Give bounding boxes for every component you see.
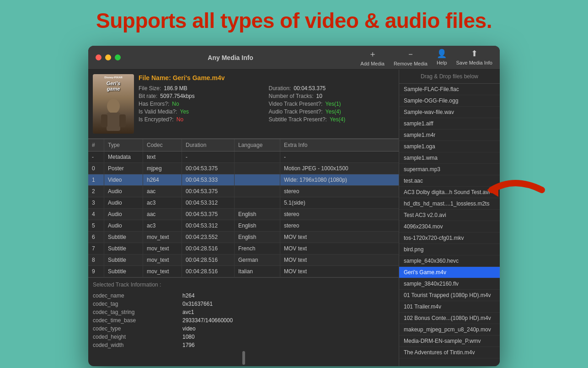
cell-duration: 00:04:53.375 — [182, 163, 235, 174]
cell-type: Video — [104, 174, 143, 185]
is-valid-value: Yes — [180, 108, 189, 115]
audio-track-label: Audio Track Present?: — [269, 108, 323, 115]
cell-duration: 00:04:53.333 — [182, 174, 235, 185]
file-list-item[interactable]: Sample-OGG-File.ogg — [399, 95, 500, 107]
file-list-item[interactable]: bird.png — [399, 244, 500, 255]
cell-codec: ac3 — [143, 197, 182, 208]
file-list-item[interactable]: AC3 Dolby digita...h Sound Test.avi — [399, 187, 500, 198]
help-label: Help — [437, 60, 447, 65]
cell-duration: 00:04:53.312 — [182, 197, 235, 208]
cell-language — [235, 174, 280, 185]
cell-extra: MOV text — [280, 254, 399, 265]
file-list-item[interactable]: 102 Bonus Conte...(1080p HD).m4v — [399, 313, 500, 324]
table-row[interactable]: 6 Subtitle mov_text 00:04:23.552 English… — [88, 232, 399, 243]
audio-track-value: Yes(4) — [326, 108, 341, 115]
right-panel: Drag & Drop files below Sample-FLAC-File… — [399, 70, 500, 366]
main-area: Disney·PIXAR Geri'sgame File Name: Geri' — [88, 70, 500, 366]
titlebar: Any Media Info ＋ Add Media － Remove Medi… — [88, 46, 500, 70]
cell-num: 8 — [88, 254, 104, 265]
cell-language — [235, 152, 280, 162]
bit-rate-value: 5097.754kbps — [160, 93, 194, 99]
tracks-table: # Type Codec Duration Language Extra Inf… — [88, 139, 399, 277]
cell-extra: - — [280, 152, 399, 162]
window-title: Any Media Info — [101, 54, 360, 61]
cell-type: Poster — [104, 163, 143, 174]
table-row[interactable]: 8 Subtitle mov_text 00:04:28.516 German … — [88, 254, 399, 266]
cell-duration: 00:04:23.552 — [182, 232, 235, 243]
cell-num: 1 — [88, 174, 104, 185]
file-list-item[interactable]: tos-1720x720-cfg01.mkv — [399, 233, 500, 244]
table-row[interactable]: 3 Audio ac3 00:04:53.312 5.1(side) — [88, 197, 399, 209]
hero-title: Supports all types of video & audio file… — [0, 0, 588, 39]
cell-num: 4 — [88, 209, 104, 220]
audio-track-row: Audio Track Present?: Yes(4) — [269, 108, 395, 115]
file-list-item[interactable]: sample1.oga — [399, 141, 500, 152]
cell-num: - — [88, 152, 104, 162]
track-info-key: codec_time_base — [93, 317, 175, 324]
cell-type: Subtitle — [104, 254, 143, 265]
remove-media-label: Remove Media — [394, 61, 428, 66]
table-row[interactable]: 4 Audio aac 00:04:53.375 English stereo — [88, 209, 399, 220]
num-tracks-row: Number of Tracks: 10 — [269, 93, 395, 99]
cell-num: 3 — [88, 197, 104, 208]
file-list-item[interactable]: hd_dts_hd_mast....1_lossless.m2ts — [399, 198, 500, 210]
duration-value: 00:04:53.375 — [294, 85, 326, 92]
is-encrypted-value: No — [176, 116, 183, 123]
cell-codec: mjpeg — [143, 163, 182, 174]
track-info-row: codec_tag 0x31637661 — [93, 300, 394, 308]
file-size-row: File Size: 186.9 MB — [139, 85, 264, 92]
help-button[interactable]: 👤 Help — [437, 49, 447, 66]
file-list-item[interactable]: test.aac — [399, 175, 500, 187]
file-list-item[interactable]: Media-DRM-EN-sample_P.wmv — [399, 336, 500, 347]
drag-drop-hint: Drag & Drop files below — [399, 70, 500, 84]
remove-media-button[interactable]: － Remove Media — [394, 49, 428, 66]
track-info-value: 0x31637661 — [182, 301, 213, 307]
file-list-item[interactable]: makeup_mjpeg_pcm_u8_240p.mov — [399, 324, 500, 336]
file-list-item[interactable]: superman.mp3 — [399, 164, 500, 175]
save-media-info-button[interactable]: ⬆ Save Media Info — [456, 49, 493, 66]
table-row[interactable]: 2 Audio aac 00:04:53.375 stereo — [88, 186, 399, 197]
track-info-section: Selected Track Information : codec_name … — [88, 277, 399, 366]
cell-codec: mov_text — [143, 232, 182, 243]
table-body: - Metadata text - - 0 Poster mjpeg 00:04… — [88, 152, 399, 277]
svg-rect-2 — [101, 114, 107, 127]
add-media-label: Add Media — [360, 61, 385, 66]
file-list-item[interactable]: Sample-wav-file.wav — [399, 107, 500, 118]
file-list-item[interactable]: sample1.aiff — [399, 118, 500, 130]
table-row[interactable]: 9 Subtitle mov_text 00:04:28.516 Italian… — [88, 266, 399, 277]
table-row[interactable]: 5 Audio ac3 00:04:53.312 English stereo — [88, 220, 399, 232]
add-media-button[interactable]: ＋ Add Media — [360, 49, 385, 66]
table-row[interactable]: - Metadata text - - — [88, 152, 399, 163]
file-list-item[interactable]: Sample-FLAC-File.flac — [399, 84, 500, 95]
cell-extra: stereo — [280, 220, 399, 231]
file-list-item[interactable]: sample_640x360.hevc — [399, 255, 500, 267]
svg-rect-1 — [107, 113, 120, 131]
scrollbar-thumb[interactable] — [242, 351, 245, 365]
track-info-key: codec_name — [93, 292, 175, 299]
file-header: Disney·PIXAR Geri'sgame File Name: Geri' — [88, 70, 399, 139]
table-row[interactable]: 1 Video h264 00:04:53.333 Wide: 1796x108… — [88, 174, 399, 186]
file-list-item[interactable]: sample_3840x2160.flv — [399, 278, 500, 290]
add-icon: ＋ — [369, 49, 377, 60]
track-info-value: h264 — [182, 292, 195, 299]
has-errors-value: No — [172, 101, 179, 107]
table-row[interactable]: 7 Subtitle mov_text 00:04:28.516 French … — [88, 243, 399, 254]
file-list-item[interactable]: The Adventures of Tintin.m4v — [399, 347, 500, 358]
cell-type: Subtitle — [104, 266, 143, 277]
duration-row: Duration: 00:04:53.375 — [269, 85, 395, 92]
track-info-key: coded_width — [93, 342, 175, 348]
has-errors-label: Has Errors?: — [139, 101, 169, 107]
file-list-item[interactable]: 01 Tourist Trapped (1080p HD).m4v — [399, 290, 500, 301]
track-info-value: 1796 — [182, 342, 195, 348]
table-row[interactable]: 0 Poster mjpeg 00:04:53.375 Motion JPEG … — [88, 163, 399, 174]
file-list-item[interactable]: 101 Trailer.m4v — [399, 301, 500, 313]
file-list-item[interactable]: sample1.m4r — [399, 130, 500, 141]
cell-language: English — [235, 232, 280, 243]
cell-codec: aac — [143, 209, 182, 220]
file-list-item[interactable]: Geri's Game.m4v — [399, 267, 500, 278]
file-list-item[interactable]: 4096x2304.mov — [399, 221, 500, 233]
file-list[interactable]: Sample-FLAC-File.flacSample-OGG-File.ogg… — [399, 84, 500, 366]
file-list-item[interactable]: Test AC3 v2.0.avi — [399, 210, 500, 221]
file-list-item[interactable]: sample1.wma — [399, 152, 500, 164]
track-info-value: 1080 — [182, 334, 195, 340]
